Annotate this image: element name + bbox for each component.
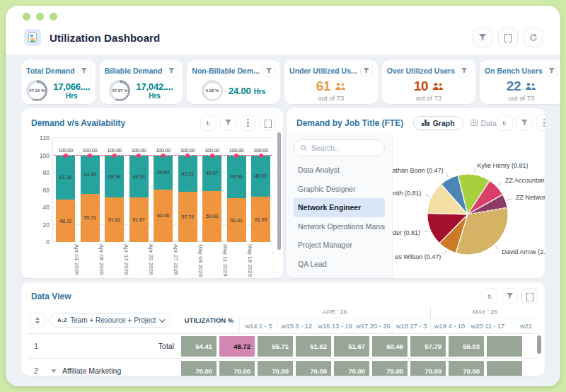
week-value-cell[interactable]: 70.00: [219, 361, 255, 376]
filter-button[interactable]: [516, 115, 533, 131]
stacked-bar[interactable]: 100.0048.3851.62: [105, 138, 124, 242]
sort-button[interactable]: t↓: [482, 288, 498, 304]
job-title-item[interactable]: Data Analyst: [294, 161, 385, 180]
kpi-filter-button[interactable]: [458, 64, 470, 77]
week-value-cell[interactable]: 51.62: [296, 336, 331, 357]
stacked-bar[interactable]: 100.0048.0751.93: [251, 138, 270, 242]
fullscreen-button[interactable]: [498, 28, 518, 47]
stacked-bar[interactable]: 100.0039.5460.46: [154, 138, 173, 242]
stacked-bar[interactable]: 100.0040.9759.03: [202, 138, 221, 242]
week-value-cell[interactable]: 70.00: [410, 361, 446, 376]
week-value-cell[interactable]: 70.00: [372, 361, 408, 376]
week-column-header[interactable]: w14 1 - 5: [239, 318, 277, 333]
kpi-filter-button[interactable]: [545, 64, 558, 77]
availability-segment[interactable]: 39.54: [154, 156, 173, 190]
filter-button[interactable]: [502, 288, 518, 304]
week-value-cell[interactable]: 70.00: [449, 361, 484, 376]
week-value-cell[interactable]: 70.00: [334, 361, 369, 376]
week-column-header[interactable]: w17 20 - 26: [354, 318, 392, 333]
job-title-item[interactable]: Project Manager: [294, 236, 385, 255]
week-value-cell[interactable]: 57.79: [410, 336, 446, 357]
utilization-segment[interactable]: 51.62: [105, 197, 124, 242]
vertical-scrollbar[interactable]: [277, 132, 281, 250]
week-value-cell-highlighted[interactable]: 48.72: [219, 336, 255, 357]
utilization-segment[interactable]: 51.93: [251, 197, 270, 242]
availability-segment[interactable]: 42.21: [178, 156, 197, 192]
week-column-header[interactable]: w16 13 - 19: [316, 318, 354, 333]
window-dot[interactable]: [36, 13, 44, 21]
stacked-bar[interactable]: 100.0049.5950.41: [227, 138, 246, 242]
refresh-button[interactable]: [524, 28, 543, 47]
availability-segment[interactable]: 48.33: [129, 156, 149, 197]
availability-segment[interactable]: 48.07: [251, 156, 270, 197]
availability-segment[interactable]: 51.28: [56, 156, 75, 200]
sort-icon: t↓: [502, 120, 507, 127]
stacked-bar[interactable]: 100.0044.2955.71: [81, 138, 100, 242]
availability-segment[interactable]: 49.59: [227, 156, 246, 199]
kpi-filter-button[interactable]: [360, 64, 373, 77]
utilization-segment[interactable]: 57.79: [178, 192, 197, 242]
week-value-cell[interactable]: 70.00: [258, 361, 293, 376]
week-value-cell[interactable]: 70.00: [296, 361, 331, 376]
fullscreen-button[interactable]: [521, 288, 538, 304]
utilization-cell[interactable]: 70.00: [181, 361, 216, 376]
job-title-item[interactable]: Network Engineer: [294, 198, 385, 217]
stacked-bar[interactable]: 100.0051.2848.72: [56, 138, 75, 242]
week-header-row: w14 1 - 5w15 6 - 12w16 13 - 19w17 20 - 2…: [239, 318, 539, 333]
graph-tab[interactable]: Graph: [413, 116, 463, 130]
utilization-segment[interactable]: 59.03: [202, 191, 221, 242]
x-axis-tick: Apr 27 2026: [160, 243, 179, 278]
fullscreen-button[interactable]: [260, 115, 276, 131]
week-column-header[interactable]: w20 11 - 17: [468, 318, 507, 333]
pie-slice-label: der (0.81): [393, 229, 420, 236]
week-column-header[interactable]: w15 6 - 12: [277, 318, 316, 333]
utilization-segment[interactable]: 48.72: [56, 200, 75, 242]
filter-button[interactable]: [220, 115, 236, 131]
dashboard-icon: [24, 29, 41, 46]
utilization-segment[interactable]: 51.67: [129, 197, 149, 242]
filter-icon: [266, 68, 272, 74]
week-column-header[interactable]: w18 27 - 3: [392, 318, 430, 333]
job-title-item[interactable]: Software Developer: [294, 273, 385, 278]
bar-total-label: 100.00: [224, 147, 249, 154]
more-options-button[interactable]: [536, 115, 545, 131]
week-value-cell[interactable]: 55.71: [258, 336, 293, 357]
utilization-segment[interactable]: 50.41: [227, 198, 246, 242]
week-value-cell[interactable]: 51.67: [334, 336, 369, 357]
week-column-header[interactable]: w19 4 - 10: [430, 318, 468, 333]
stacked-bar[interactable]: 100.0048.3351.67: [129, 138, 149, 242]
stacked-bar[interactable]: 100.0042.2157.79: [178, 138, 197, 242]
job-title-item[interactable]: QA Lead: [294, 255, 385, 274]
window-dot[interactable]: [50, 13, 57, 21]
data-tab[interactable]: Data: [470, 119, 497, 127]
utilization-segment[interactable]: 60.46: [154, 190, 173, 242]
availability-segment[interactable]: 44.29: [81, 156, 100, 194]
utilization-cell[interactable]: 54.41: [181, 336, 216, 357]
more-options-button[interactable]: [240, 115, 256, 131]
sort-button[interactable]: t↓: [200, 115, 216, 131]
filter-button[interactable]: [473, 28, 492, 47]
week-value-cell[interactable]: [487, 336, 522, 357]
week-value-cell[interactable]: 59.03: [449, 336, 484, 357]
kpi-filter-button[interactable]: [165, 64, 178, 77]
row-expand-stepper[interactable]: [30, 313, 45, 328]
search-input[interactable]: [311, 144, 378, 152]
utilization-segment[interactable]: 55.71: [81, 194, 100, 242]
availability-segment[interactable]: 40.97: [202, 156, 221, 191]
grouping-dropdown[interactable]: A↓Z Team + Resource + Project: [50, 313, 171, 328]
kpi-filter-button[interactable]: [262, 64, 275, 77]
sort-button[interactable]: t↓: [497, 115, 513, 131]
week-column-header[interactable]: w21: [507, 318, 539, 333]
week-value-cell[interactable]: 60.46: [372, 336, 408, 357]
job-title-item[interactable]: Network Operations Manag...: [294, 217, 385, 236]
table-scrollbar[interactable]: [537, 335, 541, 354]
window-dot[interactable]: [23, 13, 30, 21]
row-expander-icon[interactable]: [51, 369, 57, 373]
label-connector: [444, 250, 446, 255]
week-value-cell[interactable]: [487, 361, 522, 376]
row-name-cell[interactable]: Total: [45, 334, 180, 358]
job-title-item[interactable]: Graphic Designer: [294, 180, 385, 199]
kpi-filter-button[interactable]: [78, 64, 91, 77]
row-name-cell[interactable]: Affiliate Marketing: [45, 359, 180, 376]
availability-segment[interactable]: 48.38: [105, 156, 124, 197]
